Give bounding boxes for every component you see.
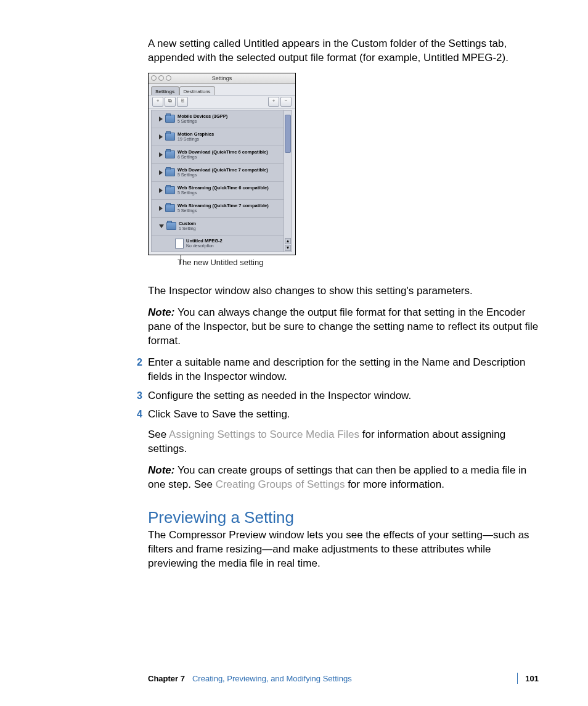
row-title: Web Download (QuickTime 6 compatible) (178, 150, 268, 155)
page-number: 101 (525, 674, 539, 683)
disclosure-icon[interactable] (159, 152, 163, 157)
list-item-custom[interactable]: Custom1 Setting (152, 218, 284, 236)
link-creating-groups[interactable]: Creating Groups of Settings (216, 478, 345, 490)
step-2: 2Enter a suitable name and description f… (148, 356, 539, 384)
settings-list: ▲ ▼ Mobile Devices (3GPP)5 Settings Moti… (151, 110, 284, 252)
tab-destinations[interactable]: Destinations (179, 86, 215, 95)
link-assigning-settings[interactable]: Assigning Settings to Source Media Files (169, 429, 359, 440)
row-title: Web Download (QuickTime 7 compatible) (178, 168, 268, 173)
row-subtitle: No description (186, 244, 223, 248)
list-item[interactable]: Web Download (QuickTime 7 compatible)5 S… (152, 164, 284, 182)
row-subtitle: 6 Settings (178, 155, 268, 159)
step-text: Enter a suitable name and description fo… (148, 356, 525, 382)
row-subtitle: 5 Settings (178, 191, 269, 195)
disclosure-icon[interactable] (159, 188, 163, 193)
note-paragraph: Note: You can always change the output f… (148, 306, 539, 348)
section-body: The Compressor Preview window lets you s… (148, 528, 539, 571)
folder-icon (165, 133, 175, 141)
step-3: 3Configure the setting as needed in the … (148, 389, 539, 403)
tab-settings[interactable]: Settings (151, 86, 179, 95)
list-item[interactable]: Motion Graphics19 Settings (152, 128, 284, 146)
folder-icon (165, 168, 175, 176)
step-text: Configure the setting as needed in the I… (148, 390, 411, 401)
row-title: Web Streaming (QuickTime 7 compatible) (178, 203, 269, 208)
step-text: Click Save to Save the setting. (148, 408, 290, 420)
note-text: You can always change the output file fo… (148, 306, 538, 347)
page-footer: Chapter 7 Creating, Previewing, and Modi… (148, 673, 539, 684)
disclosure-open-icon[interactable] (159, 224, 164, 228)
zoom-icon[interactable] (166, 75, 171, 81)
remove-button[interactable]: − (280, 97, 292, 107)
row-subtitle: 5 Settings (178, 173, 268, 177)
new-setting-button[interactable]: + (152, 97, 163, 107)
window-title: Settings (212, 75, 232, 81)
step-number: 2 (137, 356, 142, 369)
scroll-up-icon[interactable]: ▲ (285, 238, 291, 244)
folder-icon (165, 115, 175, 123)
footer-divider (517, 673, 518, 684)
new-group-button[interactable]: ⧉ (165, 97, 176, 107)
see-also-paragraph: See Assigning Settings to Source Media F… (148, 428, 539, 456)
add-button[interactable]: + (268, 97, 279, 107)
chapter-label: Chapter 7 (148, 674, 185, 683)
chapter-title: Creating, Previewing, and Modifying Sett… (192, 674, 510, 683)
window-titlebar: Settings (149, 73, 295, 84)
disclosure-icon[interactable] (159, 206, 163, 211)
row-subtitle: 5 Settings (178, 119, 227, 123)
list-item[interactable]: Mobile Devices (3GPP)5 Settings (152, 110, 284, 128)
section-heading: Previewing a Setting (148, 508, 539, 527)
list-item[interactable]: Web Download (QuickTime 6 compatible)6 S… (152, 146, 284, 164)
note-label: Note: (148, 306, 174, 318)
step-4: 4Click Save to Save the setting. (148, 408, 539, 422)
row-subtitle: 5 Settings (178, 208, 269, 213)
minimize-icon[interactable] (158, 75, 164, 81)
row-title: Web Streaming (QuickTime 6 compatible) (178, 186, 269, 191)
folder-icon (165, 204, 175, 212)
row-title: Motion Graphics (178, 132, 214, 137)
settings-window: Settings Settings Destinations + ⧉ ⎘ + −… (148, 73, 296, 255)
row-subtitle: 1 Setting (179, 226, 196, 231)
figure-caption: The new Untitled setting (178, 258, 539, 267)
body-paragraph: The Inspector window also changes to sho… (148, 284, 539, 298)
list-item[interactable]: Web Streaming (QuickTime 6 compatible)5 … (152, 182, 284, 200)
callout-line (181, 255, 181, 264)
folder-icon (166, 222, 176, 230)
scroll-down-icon[interactable]: ▼ (285, 245, 291, 251)
disclosure-icon[interactable] (159, 170, 163, 175)
note-label: Note: (148, 464, 174, 476)
step-number: 4 (137, 408, 142, 421)
disclosure-icon[interactable] (159, 117, 163, 121)
folder-icon (165, 186, 175, 194)
list-item-untitled[interactable]: Untitled MPEG-2No description (152, 236, 284, 252)
row-title: Untitled MPEG-2 (186, 239, 223, 244)
close-icon[interactable] (151, 75, 157, 81)
duplicate-button[interactable]: ⎘ (177, 97, 188, 107)
note-paragraph: Note: You can create groups of settings … (148, 464, 539, 492)
row-title: Custom (179, 221, 196, 226)
step-number: 3 (137, 389, 142, 403)
scrollbar[interactable]: ▲ ▼ (284, 110, 292, 252)
list-item[interactable]: Web Streaming (QuickTime 7 compatible)5 … (152, 200, 284, 218)
disclosure-icon[interactable] (159, 134, 163, 139)
row-title: Mobile Devices (3GPP) (178, 114, 227, 119)
setting-icon (175, 239, 184, 248)
row-subtitle: 19 Settings (178, 137, 214, 141)
intro-paragraph: A new setting called Untitled appears in… (148, 37, 539, 65)
scroll-thumb[interactable] (285, 115, 291, 153)
folder-icon (165, 150, 175, 158)
